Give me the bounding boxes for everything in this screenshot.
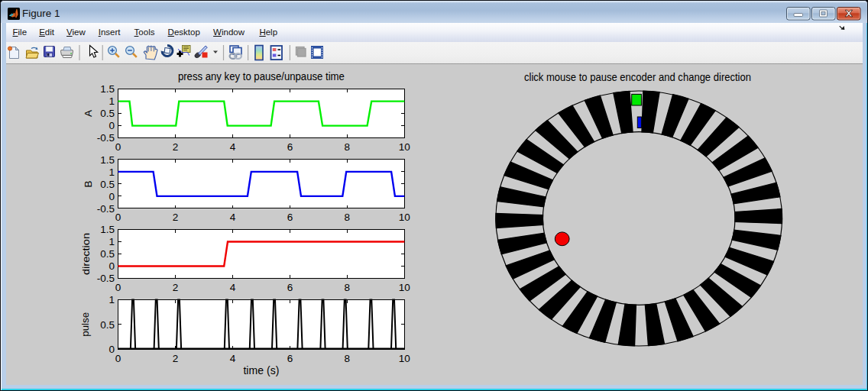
svg-text:0: 0	[115, 282, 121, 293]
svg-text:0: 0	[108, 120, 115, 131]
svg-text:time (s): time (s)	[243, 364, 279, 376]
svg-text:8: 8	[345, 353, 351, 364]
svg-text:10: 10	[399, 282, 410, 293]
svg-text:B: B	[83, 180, 94, 187]
svg-text:1.5: 1.5	[100, 224, 115, 235]
svg-text:1: 1	[108, 236, 115, 247]
svg-text:4: 4	[230, 282, 236, 293]
svg-text:8: 8	[345, 212, 351, 223]
svg-text:0.5: 0.5	[100, 248, 115, 260]
svg-text:10: 10	[399, 353, 410, 364]
svg-text:-0.5: -0.5	[97, 273, 115, 284]
svg-text:4: 4	[230, 212, 236, 223]
svg-text:press any key to pause/unpause: press any key to pause/unpause time	[178, 70, 345, 82]
svg-text:0.5: 0.5	[100, 108, 115, 119]
svg-text:8: 8	[345, 282, 351, 293]
svg-text:0: 0	[108, 344, 115, 355]
svg-text:-0.5: -0.5	[97, 132, 115, 144]
svg-text:2: 2	[173, 141, 179, 153]
svg-text:1.5: 1.5	[100, 154, 115, 166]
svg-text:0.5: 0.5	[100, 179, 115, 190]
svg-text:6: 6	[287, 353, 293, 364]
svg-text:2: 2	[173, 282, 179, 293]
svg-text:0: 0	[115, 353, 121, 364]
svg-text:8: 8	[345, 141, 351, 153]
svg-text:0: 0	[115, 212, 121, 223]
svg-text:direction: direction	[80, 233, 92, 275]
svg-text:click mouse to pause encoder a: click mouse to pause encoder and change …	[524, 71, 751, 83]
svg-text:4: 4	[230, 353, 236, 364]
svg-text:1: 1	[108, 166, 115, 178]
svg-text:2: 2	[173, 353, 179, 364]
svg-text:6: 6	[287, 141, 293, 153]
svg-text:-0.5: -0.5	[97, 203, 115, 215]
svg-text:6: 6	[287, 212, 293, 223]
svg-text:A: A	[83, 110, 94, 117]
svg-text:0.5: 0.5	[100, 319, 115, 331]
svg-text:2: 2	[173, 212, 179, 223]
svg-text:1: 1	[108, 294, 115, 305]
svg-text:10: 10	[399, 212, 410, 223]
svg-text:0: 0	[115, 141, 121, 153]
svg-text:4: 4	[230, 141, 236, 153]
svg-text:0: 0	[108, 260, 115, 272]
svg-text:6: 6	[287, 282, 293, 293]
svg-text:10: 10	[399, 141, 410, 153]
svg-text:pulse: pulse	[80, 312, 92, 337]
svg-text:1: 1	[108, 95, 115, 107]
svg-text:1.5: 1.5	[100, 83, 115, 95]
svg-text:0: 0	[108, 191, 115, 202]
